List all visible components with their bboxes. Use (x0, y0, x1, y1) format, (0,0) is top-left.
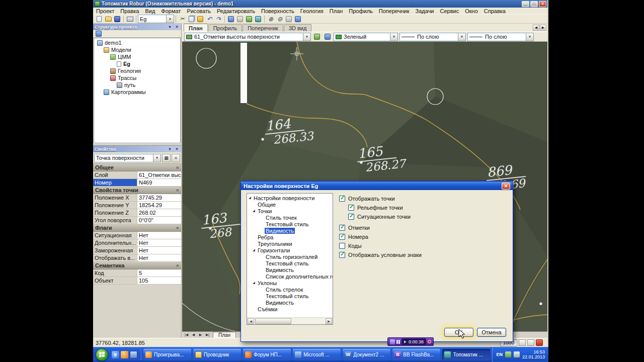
menu-crosssection[interactable]: Поперечник (376, 8, 413, 14)
checkbox-symbols[interactable]: Отображать условные знаки (339, 250, 507, 259)
maximize-button[interactable] (530, 1, 538, 7)
collapse-icon[interactable] (175, 264, 181, 267)
group-header-point[interactable]: Свойства точки (93, 187, 181, 194)
tree-item-cmm[interactable]: ЦММ (94, 53, 180, 60)
checkbox-icon[interactable] (339, 234, 345, 240)
minimize-button[interactable] (522, 1, 529, 7)
settings-node-point-visibility[interactable]: Видимость (247, 227, 333, 234)
property-row[interactable]: Дополнительн...Нет (93, 239, 181, 247)
settings-node-point-textstyle[interactable]: Текстовый стиль (247, 221, 333, 227)
menu-window[interactable]: Окно (462, 8, 481, 14)
settings-node-point-style[interactable]: Стиль точек (247, 214, 333, 221)
menu-draw[interactable]: Рисовать (184, 8, 214, 14)
grid-icon[interactable] (235, 15, 245, 23)
property-row[interactable]: НомерN469 (93, 179, 181, 187)
checkbox-situation-points[interactable]: Ситуационные точки (348, 212, 507, 221)
settings-node-general[interactable]: Общие (247, 201, 333, 208)
pan-icon[interactable] (284, 15, 293, 23)
settings-node-contour-style[interactable]: Стиль горизонталей (247, 253, 333, 260)
layer-combo[interactable]: 61_Отметки высоты поверхности (184, 33, 311, 41)
cut-icon[interactable] (178, 15, 187, 23)
close-icon[interactable] (174, 25, 180, 30)
menu-project[interactable]: Проект (93, 8, 117, 14)
undo-icon[interactable] (205, 15, 214, 23)
group-header-general[interactable]: Общее (93, 164, 181, 171)
record-dot-icon[interactable] (428, 340, 431, 343)
tab-scroll-right-icon[interactable] (540, 25, 546, 31)
zoom-out-icon[interactable] (275, 15, 284, 23)
layers-icon[interactable] (226, 15, 235, 23)
pause-icon[interactable] (396, 340, 400, 344)
property-row[interactable]: Угол поворота0°0'0" (93, 217, 181, 224)
tree-item-demo1[interactable]: demo1 (94, 39, 180, 46)
tab-crosssection[interactable]: Поперечник (243, 24, 283, 32)
menu-tasks[interactable]: Задачи (413, 8, 437, 14)
collapse-icon[interactable] (175, 166, 181, 169)
menu-geology[interactable]: Геология (297, 8, 327, 14)
tree-item-eg[interactable]: Eg (94, 60, 180, 67)
taskbar-item-explorer[interactable]: Проводник (193, 349, 241, 360)
chevron-down-icon[interactable] (526, 33, 533, 41)
checkbox-elevations[interactable]: Отметки (339, 223, 507, 232)
copy-icon[interactable] (187, 15, 196, 23)
dialog-close-button[interactable] (502, 183, 510, 190)
checkbox-show-points[interactable]: Отображать точки (339, 194, 507, 203)
dialog-title-bar[interactable]: Настройки поверхности Eg (241, 182, 513, 190)
tab-profile[interactable]: Профиль (208, 24, 243, 32)
settings-node-surveys[interactable]: Съёмки (247, 306, 333, 312)
chevron-down-icon[interactable] (390, 33, 397, 41)
linetype-combo[interactable]: По слою (399, 33, 466, 41)
group-header-semantics[interactable]: Семантика (93, 262, 181, 269)
tab-scroll-left-icon[interactable] (533, 25, 539, 31)
settings-node-slopes[interactable]: Уклоны (247, 280, 333, 286)
sheet-tab-plan[interactable]: План (213, 332, 236, 338)
redo-icon[interactable] (214, 15, 223, 23)
checkbox-icon[interactable] (339, 196, 345, 202)
chevron-down-icon[interactable] (153, 154, 160, 162)
recorder-toolbar[interactable]: 0:00:38 (387, 337, 434, 346)
tab-plan[interactable]: План (184, 24, 208, 32)
property-row[interactable]: Код5 (93, 269, 181, 277)
menu-surface[interactable]: Поверхность (258, 8, 297, 14)
settings-node-root[interactable]: Настройки поверхности (247, 195, 333, 201)
snap-icon[interactable] (245, 15, 254, 23)
property-row[interactable]: Положение Y18254.29 (93, 202, 181, 209)
tree-item-models[interactable]: Модели (94, 46, 180, 53)
collapse-icon[interactable] (175, 189, 181, 192)
checkbox-numbers[interactable]: Номера (339, 232, 507, 241)
property-row[interactable]: Положение X37745.29 (93, 194, 181, 202)
tree-item-routes[interactable]: Трассы (94, 74, 180, 81)
start-button[interactable] (96, 348, 108, 361)
checkbox-icon[interactable] (339, 243, 345, 249)
settings-node-triangles[interactable]: Треугольники (247, 240, 333, 247)
show-desktop-icon[interactable] (130, 351, 137, 358)
zoom-extents-icon[interactable] (293, 15, 302, 23)
settings-node-arrow-style[interactable]: Стиль стрелок (247, 286, 333, 293)
checkbox-icon[interactable] (348, 205, 354, 211)
next-sheet-icon[interactable] (197, 333, 204, 337)
surface-combo[interactable]: Eg (138, 15, 174, 23)
sort-icon[interactable]: ≡ (172, 154, 180, 162)
paste-icon[interactable] (196, 15, 205, 23)
settings-node-slope-visibility[interactable]: Видимость (247, 299, 333, 306)
title-bar[interactable]: Топоматик Robur (Ознакомительная версия)… (93, 0, 547, 8)
scrollbar-thumb[interactable] (255, 318, 291, 324)
scroll-right-icon[interactable]: ▶ (326, 318, 332, 324)
ie-quicklaunch-icon[interactable]: e (112, 351, 119, 358)
property-row[interactable]: Положение Z268.02 (93, 209, 181, 217)
checkbox-codes[interactable]: Коды (339, 241, 507, 250)
pin-icon[interactable] (167, 147, 173, 152)
tree-filter-icon[interactable] (94, 30, 103, 38)
scroll-left-icon[interactable]: ◀ (248, 318, 254, 324)
prev-sheet-icon[interactable] (190, 333, 197, 337)
tree-item-cartograms[interactable]: Картограммы (94, 88, 180, 96)
settings-node-contour-textstyle[interactable]: Текстовый стиль (247, 260, 333, 266)
property-row[interactable]: ЗамороженнаяНет (93, 247, 181, 254)
clock[interactable]: 16:53 22.01.2013 (522, 349, 545, 359)
settings-node-extra-contours[interactable]: Список дополнительных гориз (247, 273, 333, 280)
pin-icon[interactable] (167, 25, 173, 30)
menu-help[interactable]: Справка (481, 8, 509, 14)
lineweight-combo[interactable]: По слою (467, 33, 534, 41)
menu-modify[interactable]: Редактировать (214, 8, 258, 14)
record-icon[interactable] (536, 339, 543, 346)
